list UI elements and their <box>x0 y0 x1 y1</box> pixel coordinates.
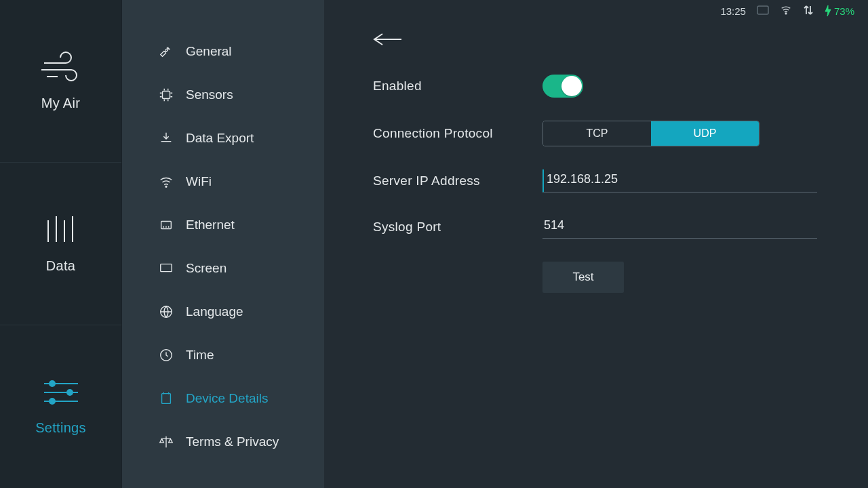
wrench-icon <box>159 44 174 59</box>
battery-status: 73% <box>825 5 854 17</box>
subnav-data-export[interactable]: Data Export <box>122 117 324 160</box>
protocol-segmented: TCP UDP <box>542 121 760 146</box>
port-label: Syslog Port <box>373 220 542 235</box>
wifi-status-icon <box>780 5 792 17</box>
subnav-wifi[interactable]: WiFi <box>122 160 324 203</box>
subnav-ethernet-label: Ethernet <box>186 218 235 232</box>
subnav-device-details[interactable]: Device Details <box>122 377 324 420</box>
battery-text: 73% <box>834 5 854 17</box>
clock-icon <box>159 348 174 363</box>
sliders-icon <box>43 378 79 407</box>
wifi-icon <box>159 174 174 189</box>
svg-point-9 <box>50 399 55 404</box>
svg-point-18 <box>785 13 787 14</box>
svg-rect-12 <box>161 222 172 229</box>
protocol-tcp[interactable]: TCP <box>543 121 651 146</box>
arrow-left-icon <box>373 33 403 46</box>
device-icon <box>159 391 174 406</box>
subnav-device-details-label: Device Details <box>186 391 268 406</box>
status-time: 13:25 <box>720 5 746 17</box>
subnav-general-label: General <box>186 44 232 59</box>
enabled-label: Enabled <box>373 79 542 94</box>
nav-my-air-label: My Air <box>41 96 80 111</box>
globe-icon <box>159 304 174 319</box>
subnav-language-label: Language <box>186 304 243 319</box>
back-button[interactable] <box>373 33 403 49</box>
svg-point-8 <box>67 390 73 395</box>
protocol-udp[interactable]: UDP <box>651 121 759 146</box>
enabled-toggle[interactable] <box>542 75 583 98</box>
nav-settings[interactable]: Settings <box>0 325 121 488</box>
ethernet-icon <box>159 218 174 232</box>
subnav-screen-label: Screen <box>186 261 226 276</box>
scales-icon <box>159 434 174 449</box>
nav-data[interactable]: Data <box>0 163 121 325</box>
svg-point-7 <box>50 381 55 386</box>
svg-rect-16 <box>162 394 171 404</box>
ip-label: Server IP Address <box>373 174 542 188</box>
subnav-terms-label: Terms & Privacy <box>186 434 279 449</box>
svg-rect-17 <box>757 6 768 14</box>
main-nav: My Air Data Settings <box>0 0 122 488</box>
svg-rect-13 <box>161 264 172 272</box>
bars-icon <box>44 214 78 245</box>
subnav-wifi-label: WiFi <box>186 174 212 189</box>
nav-data-label: Data <box>46 258 75 274</box>
export-icon <box>159 131 174 146</box>
subnav-time[interactable]: Time <box>122 333 324 377</box>
test-button[interactable]: Test <box>542 262 624 293</box>
chip-icon <box>159 87 174 102</box>
subnav-general[interactable]: General <box>122 30 324 73</box>
subnav-language[interactable]: Language <box>122 290 324 333</box>
svg-point-11 <box>165 186 167 187</box>
cast-icon <box>757 5 769 17</box>
settings-subnav: General Sensors Data Export WiFi Etherne… <box>122 0 324 488</box>
sync-icon <box>803 5 814 18</box>
subnav-terms[interactable]: Terms & Privacy <box>122 420 324 464</box>
svg-rect-10 <box>163 92 170 99</box>
nav-settings-label: Settings <box>35 420 86 436</box>
content-panel: 13:25 73% Enabled Connection Protocol <box>324 0 868 488</box>
subnav-time-label: Time <box>186 348 214 363</box>
screen-icon <box>159 261 174 276</box>
server-ip-input[interactable] <box>542 169 817 192</box>
toggle-knob <box>561 76 582 96</box>
protocol-label: Connection Protocol <box>373 126 542 141</box>
subnav-sensors[interactable]: Sensors <box>122 73 324 117</box>
subnav-data-export-label: Data Export <box>186 131 254 146</box>
nav-my-air[interactable]: My Air <box>0 0 121 163</box>
subnav-screen[interactable]: Screen <box>122 247 324 290</box>
subnav-sensors-label: Sensors <box>186 87 233 102</box>
status-bar: 13:25 73% <box>707 0 868 22</box>
wind-icon <box>40 51 82 82</box>
subnav-ethernet[interactable]: Ethernet <box>122 203 324 247</box>
syslog-port-input[interactable] <box>542 216 817 239</box>
